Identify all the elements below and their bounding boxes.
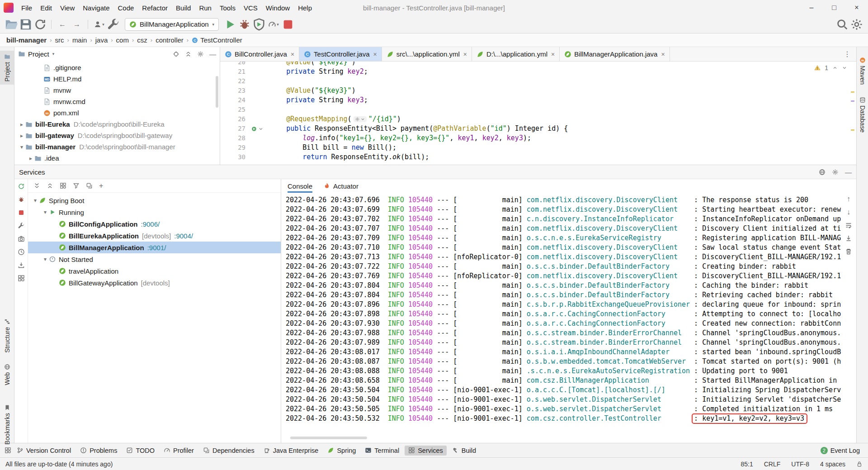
services-title[interactable]: Services bbox=[19, 168, 45, 176]
hide-panel-icon[interactable]: — bbox=[845, 168, 852, 176]
code-line[interactable]: 30 return ResponseEntity.ok(bill); bbox=[220, 152, 856, 162]
warning-stripe-mark[interactable] bbox=[851, 129, 854, 131]
view-options-icon[interactable] bbox=[86, 182, 93, 189]
status-item-4-spaces[interactable]: 4 spaces bbox=[820, 461, 845, 468]
project-tree-item[interactable]: mvnw.cmd bbox=[14, 96, 220, 107]
code-line[interactable]: 22 bbox=[220, 76, 856, 86]
help-icon[interactable] bbox=[819, 169, 826, 176]
debug-icon[interactable] bbox=[18, 196, 25, 203]
line-number[interactable]: 26 bbox=[220, 114, 250, 124]
stripe-mark[interactable] bbox=[851, 100, 854, 102]
expand-all-icon[interactable] bbox=[33, 182, 40, 189]
line-number[interactable]: 29 bbox=[220, 143, 250, 152]
add-service-icon[interactable]: + bbox=[99, 182, 103, 190]
gutter[interactable] bbox=[250, 124, 270, 133]
chevron-down-icon[interactable]: ▾ bbox=[42, 209, 49, 215]
thread-dump-icon[interactable] bbox=[18, 235, 25, 242]
gutter[interactable] bbox=[250, 86, 270, 95]
toolwindow-button-problems[interactable]: Problems bbox=[76, 446, 121, 456]
breadcrumb-item[interactable]: com bbox=[116, 36, 129, 44]
status-item-utf-8[interactable]: UTF-8 bbox=[791, 461, 809, 468]
breadcrumb-item[interactable]: csz bbox=[137, 36, 147, 44]
project-tree-item[interactable]: mvnw bbox=[14, 85, 220, 96]
toolwindow-button-java-enterprise[interactable]: Java Enterprise bbox=[260, 446, 322, 456]
code-editor[interactable]: 20 @Value("${key2}")21 private String ke… bbox=[220, 62, 856, 165]
line-number[interactable]: 20 bbox=[220, 62, 250, 67]
stripe-tab-structure[interactable]: Structure bbox=[0, 318, 14, 353]
stripe-tab-web[interactable]: Web bbox=[0, 364, 14, 385]
services-tree-item[interactable]: BillConfigApplication:9006/ bbox=[28, 218, 281, 230]
close-icon[interactable]: × bbox=[373, 51, 377, 58]
save-button[interactable] bbox=[19, 18, 33, 31]
menu-tools[interactable]: Tools bbox=[216, 0, 240, 15]
chevron-down-icon[interactable]: ▾ bbox=[18, 144, 25, 150]
line-number[interactable]: 23 bbox=[220, 86, 250, 95]
project-tree-item[interactable]: ▸bill-gatewayD:\code\springboot\bill-gat… bbox=[14, 130, 220, 141]
stop-icon[interactable] bbox=[18, 209, 25, 216]
close-icon[interactable]: × bbox=[661, 51, 665, 58]
menu-vcs[interactable]: VCS bbox=[240, 0, 262, 15]
code-line[interactable]: 25 bbox=[220, 105, 856, 114]
sync-icon[interactable] bbox=[33, 18, 47, 31]
locate-file-icon[interactable] bbox=[173, 51, 179, 57]
editor-tab[interactable]: BillManagerApplication.java× bbox=[560, 47, 670, 61]
menu-build[interactable]: Build bbox=[172, 0, 195, 15]
status-item-crlf[interactable]: CRLF bbox=[764, 461, 781, 468]
scroll-to-end-icon[interactable] bbox=[845, 235, 852, 242]
line-number[interactable]: 28 bbox=[220, 133, 250, 143]
menu-code[interactable]: Code bbox=[113, 0, 138, 15]
line-number[interactable]: 27 bbox=[220, 124, 250, 133]
close-icon[interactable]: × bbox=[551, 51, 555, 58]
editor-tab[interactable]: CBillController.java× bbox=[220, 47, 299, 61]
editor-tab[interactable]: src\...\application.yml× bbox=[382, 47, 472, 61]
close-icon[interactable]: × bbox=[291, 51, 294, 58]
debug-button[interactable] bbox=[238, 18, 251, 31]
project-tree-item[interactable]: ▸.idea bbox=[14, 152, 220, 164]
line-number[interactable]: 30 bbox=[220, 152, 250, 162]
user-button[interactable]: ▾ bbox=[92, 18, 106, 31]
chevron-up-icon[interactable] bbox=[832, 65, 838, 71]
maximize-button[interactable]: □ bbox=[823, 0, 845, 15]
breadcrumb-item[interactable]: main bbox=[72, 36, 87, 44]
gutter[interactable] bbox=[250, 143, 270, 152]
warning-stripe-mark[interactable] bbox=[851, 91, 854, 93]
gutter[interactable] bbox=[250, 152, 270, 162]
run-config-selector[interactable]: BillManagerApplication ▾ bbox=[125, 18, 219, 31]
toolwindow-button-build[interactable]: Build bbox=[448, 446, 480, 456]
services-tree-item[interactable]: travelApplication bbox=[28, 265, 281, 277]
search-icon[interactable] bbox=[835, 18, 849, 31]
run-with-coverage-button[interactable] bbox=[252, 18, 266, 31]
back-button[interactable]: ← bbox=[56, 18, 69, 31]
menu-refactor[interactable]: Refactor bbox=[138, 0, 172, 15]
gutter[interactable] bbox=[250, 133, 270, 143]
project-tree-item[interactable]: .gitignore bbox=[14, 62, 220, 73]
code-line[interactable]: 27 public ResponseEntity<Bill> payment(@… bbox=[220, 124, 856, 133]
code-line[interactable]: 20 @Value("${key2}") bbox=[220, 62, 856, 67]
toolwindow-switcher-icon[interactable] bbox=[5, 447, 11, 454]
snapshot-icon[interactable] bbox=[18, 248, 25, 256]
gutter[interactable] bbox=[250, 105, 270, 114]
gutter[interactable] bbox=[250, 114, 270, 124]
collapse-all-icon[interactable] bbox=[47, 182, 53, 189]
project-tree-item[interactable]: mpom.xml bbox=[14, 107, 220, 119]
chevron-right-icon[interactable]: ▸ bbox=[18, 121, 25, 128]
line-number[interactable]: 24 bbox=[220, 95, 250, 105]
code-line[interactable]: 23 @Value("${key3}") bbox=[220, 86, 856, 95]
code-line[interactable]: 28 log.info("key1={}, key2={}, key3={}",… bbox=[220, 133, 856, 143]
project-tree-item[interactable]: MDHELP.md bbox=[14, 73, 220, 85]
editor-tab[interactable]: D:\...\application.yml× bbox=[472, 47, 560, 61]
toolwindow-button-todo[interactable]: TODO bbox=[123, 446, 158, 456]
open-icon[interactable] bbox=[5, 18, 18, 31]
service-port-link[interactable]: :9001/ bbox=[147, 244, 166, 252]
project-tree-item[interactable]: ▸bill-EurekaD:\code\springboot\bill-Eure… bbox=[14, 119, 220, 130]
menu-navigate[interactable]: Navigate bbox=[79, 0, 113, 15]
close-button[interactable]: × bbox=[845, 0, 868, 15]
filter-icon[interactable] bbox=[73, 182, 80, 189]
editor-tab[interactable]: CTestController.java× bbox=[299, 47, 382, 61]
code-line[interactable]: 29 Bill bill = new Bill(); bbox=[220, 143, 856, 152]
chevron-right-icon[interactable]: ▸ bbox=[27, 155, 34, 161]
project-title[interactable]: Project bbox=[28, 50, 49, 58]
forward-button[interactable]: → bbox=[70, 18, 84, 31]
status-item-85-1[interactable]: 85:1 bbox=[741, 461, 753, 468]
menu-help[interactable]: Help bbox=[294, 0, 316, 15]
